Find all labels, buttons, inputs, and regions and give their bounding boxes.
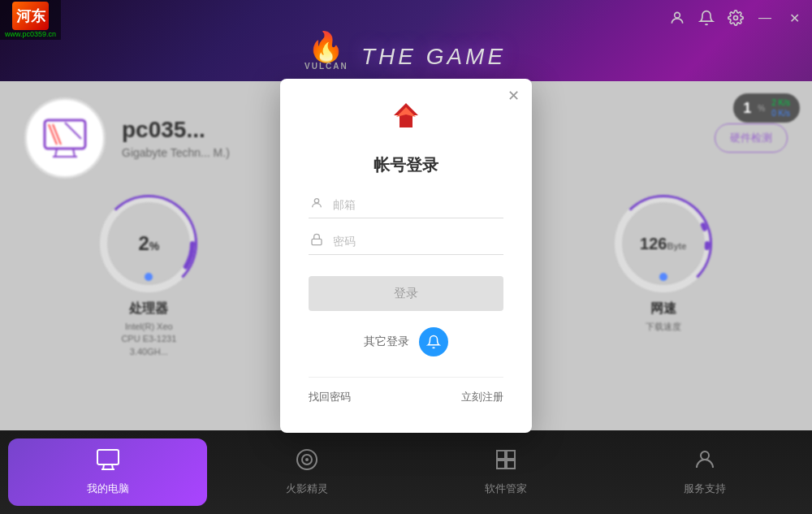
watermark: 河东 www.pc0359.cn: [0, 0, 61, 40]
dialog-title: 帐号登录: [309, 154, 503, 176]
other-login-section: 其它登录: [309, 327, 503, 356]
notification-icon[interactable]: [697, 8, 716, 28]
register-link[interactable]: 立刻注册: [461, 390, 503, 404]
forgot-password-link[interactable]: 找回密码: [309, 390, 351, 404]
svg-rect-28: [497, 460, 505, 469]
svg-point-17: [314, 199, 318, 203]
software-icon: [495, 448, 517, 477]
close-button[interactable]: ✕: [784, 8, 804, 28]
svg-point-25: [305, 458, 309, 461]
email-icon: [309, 197, 325, 213]
header-logo: 🔥 VULCAN THE GAME: [306, 32, 506, 81]
the-game-title: THE GAME: [361, 44, 506, 70]
header-controls: — ✕: [667, 8, 804, 28]
bottom-nav: 我的电脑 火影精灵 软件管家: [0, 430, 812, 514]
svg-point-0: [675, 12, 680, 18]
vulcan-logo: 🔥 VULCAN: [306, 32, 347, 81]
svg-rect-19: [97, 450, 119, 464]
main-content: 1 % 2 K/s 0 K/s pc03: [0, 81, 812, 430]
watermark-logo: 河东: [12, 2, 49, 30]
watermark-url: www.pc0359.cn: [5, 30, 56, 38]
nav-item-software[interactable]: 软件管家: [406, 438, 605, 506]
dialog-footer: 找回密码 立刻注册: [309, 377, 503, 404]
bell-login-button[interactable]: [419, 327, 448, 356]
nav-label-support: 服务支持: [684, 482, 726, 496]
other-login-label: 其它登录: [364, 335, 409, 349]
svg-rect-18: [312, 239, 322, 244]
my-pc-icon: [96, 448, 120, 477]
login-dialog: ✕ 帐号登录: [280, 79, 532, 433]
svg-rect-27: [507, 451, 515, 459]
support-icon: [693, 448, 716, 477]
header: 河东 www.pc0359.cn 🔥 VULCAN THE GAME: [0, 0, 812, 81]
settings-icon[interactable]: [726, 8, 745, 28]
nav-item-vulcan[interactable]: 火影精灵: [207, 438, 406, 506]
svg-rect-26: [497, 451, 505, 459]
dialog-close-button[interactable]: ✕: [508, 89, 520, 103]
nav-label-software: 软件管家: [485, 482, 527, 496]
minimize-button[interactable]: —: [755, 8, 775, 28]
email-input-group: [309, 197, 503, 218]
vulcan-text: VULCAN: [304, 62, 348, 71]
nav-label-my-pc: 我的电脑: [87, 482, 129, 496]
svg-marker-15: [394, 103, 418, 127]
user-icon[interactable]: [667, 8, 687, 28]
svg-point-30: [701, 451, 709, 460]
nav-item-my-pc[interactable]: 我的电脑: [8, 438, 207, 506]
dialog-logo-icon: [309, 103, 503, 146]
email-field[interactable]: [333, 198, 503, 211]
vulcan-nav-icon: [296, 448, 318, 477]
password-input-group: [309, 233, 503, 255]
password-field[interactable]: [333, 235, 503, 248]
login-button[interactable]: 登录: [309, 276, 503, 311]
nav-label-vulcan: 火影精灵: [286, 482, 328, 496]
nav-item-support[interactable]: 服务支持: [605, 438, 804, 506]
dialog-overlay: ✕ 帐号登录: [0, 81, 812, 430]
lock-icon: [309, 233, 325, 249]
svg-point-1: [734, 16, 738, 20]
svg-rect-29: [507, 460, 515, 469]
